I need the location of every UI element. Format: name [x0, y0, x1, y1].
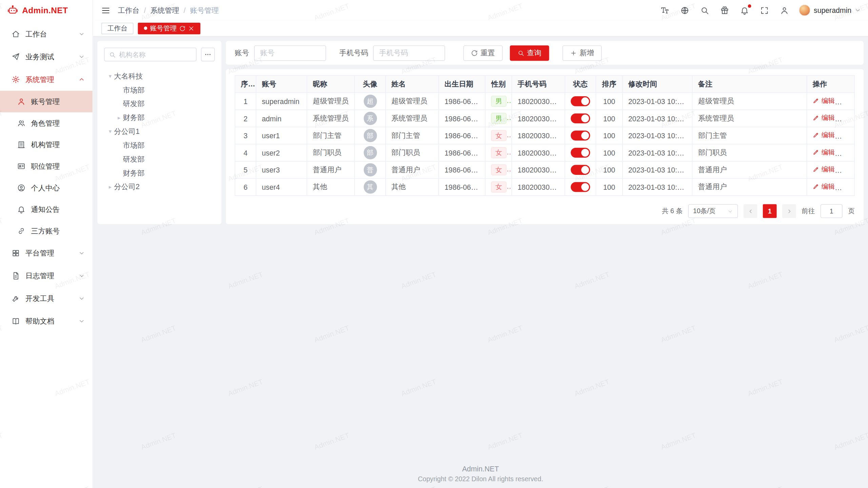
tree-node-label: 财务部: [123, 113, 144, 122]
tree-node[interactable]: ▾ 大名科技: [97, 69, 221, 83]
sidebar-item[interactable]: 工作台: [0, 23, 93, 45]
tree-node[interactable]: 研发部: [97, 152, 221, 166]
sidebar-subitem[interactable]: 角色管理: [0, 112, 93, 134]
tree-node[interactable]: ▾ 分公司1: [97, 124, 221, 138]
cell-gender: 男: [485, 93, 512, 110]
prev-page-button[interactable]: [744, 204, 757, 218]
fullscreen-icon[interactable]: [760, 6, 769, 15]
column-header: 备注: [692, 76, 807, 93]
sidebar-subitem[interactable]: 通知公告: [0, 199, 93, 220]
sidebar-subitem[interactable]: 个人中心: [0, 177, 93, 199]
tree-node[interactable]: 研发部: [97, 97, 221, 111]
tree-node[interactable]: ▸ 分公司2: [97, 180, 221, 194]
caret-down-icon[interactable]: ▾: [106, 128, 114, 135]
tree-more-button[interactable]: [201, 47, 215, 61]
notifications-icon[interactable]: [740, 6, 749, 15]
row-more-button[interactable]: [842, 167, 849, 175]
cell-avatar: 普: [355, 161, 386, 179]
tree-node-label: 财务部: [123, 168, 144, 178]
sidebar-subitem[interactable]: 职位管理: [0, 156, 93, 177]
breadcrumb-separator: /: [183, 6, 185, 14]
tree-node[interactable]: 财务部: [97, 166, 221, 180]
cell-birth: 1986-06-28: [439, 179, 485, 196]
status-toggle[interactable]: [571, 130, 590, 140]
add-button[interactable]: 新增: [563, 45, 602, 61]
cell-account: superadmin: [256, 93, 307, 110]
page-size-select[interactable]: 10条/页: [688, 204, 738, 218]
search-button[interactable]: 查询: [510, 45, 549, 61]
home-icon: [12, 30, 20, 38]
search-icon[interactable]: [700, 6, 709, 15]
next-page-button[interactable]: [782, 204, 796, 218]
row-more-button[interactable]: [842, 116, 849, 123]
phone-label: 手机号码: [339, 48, 368, 58]
font-size-icon[interactable]: [660, 6, 669, 15]
sidebar-item[interactable]: 业务测试: [0, 45, 93, 68]
theme-icon[interactable]: [720, 6, 729, 15]
sidebar-item[interactable]: 系统管理: [0, 68, 93, 91]
edit-button[interactable]: 编辑: [813, 130, 835, 140]
org-search-input[interactable]: [119, 50, 192, 58]
pencil-icon: [813, 132, 820, 139]
menu-collapse-icon[interactable]: [101, 6, 110, 15]
reset-button[interactable]: 重置: [463, 45, 503, 61]
account-input[interactable]: [254, 45, 326, 61]
user-icon: [17, 97, 25, 105]
sidebar-subitem-label: 通知公告: [31, 204, 60, 214]
edit-button[interactable]: 编辑: [813, 148, 835, 157]
profile-icon[interactable]: [780, 6, 789, 15]
edit-button[interactable]: 编辑: [813, 96, 835, 106]
chevron-down-icon: [79, 250, 85, 256]
tab[interactable]: 工作台: [101, 22, 134, 34]
status-toggle[interactable]: [571, 114, 590, 123]
language-icon[interactable]: [680, 6, 689, 15]
tab-close-icon[interactable]: [188, 25, 194, 31]
row-avatar: 其: [363, 180, 377, 194]
org-tree: ▾ 大名科技 市场部 研发部 ▸ 财务部 ▾ 分公司1 市场部 研发部 财务部 …: [97, 67, 221, 196]
tree-node[interactable]: 市场部: [97, 83, 221, 97]
tree-node[interactable]: ▸ 财务部: [97, 111, 221, 125]
main-right: 账号 手机号码 重置 查询: [226, 41, 864, 224]
row-more-button[interactable]: [842, 150, 849, 158]
breadcrumb-item[interactable]: 工作台: [118, 5, 140, 15]
cell-modified: 2023-01-03 10:59:44: [623, 179, 692, 196]
tree-node[interactable]: 市场部: [97, 138, 221, 152]
sidebar-subitem[interactable]: 机构管理: [0, 134, 93, 156]
tab-refresh-icon[interactable]: [179, 25, 185, 31]
cell-name: 部门主管: [386, 127, 439, 144]
caret-right-icon[interactable]: ▸: [106, 184, 114, 190]
sidebar-item[interactable]: 开发工具: [0, 287, 93, 310]
cell-name: 普通用户: [386, 161, 439, 179]
cell-nickname: 其他: [307, 179, 354, 196]
cell-status: [565, 179, 596, 196]
footer-copyright: Copyright © 2022 Dilon All rights reserv…: [93, 474, 868, 484]
edit-button[interactable]: 编辑: [813, 182, 835, 191]
gender-tag: 男: [491, 113, 507, 124]
sidebar-item[interactable]: 帮助文档: [0, 310, 93, 332]
row-more-button[interactable]: [842, 99, 849, 106]
current-page-button[interactable]: 1: [763, 204, 777, 218]
status-toggle[interactable]: [571, 148, 590, 158]
status-toggle[interactable]: [571, 165, 590, 175]
sidebar-item[interactable]: 日志管理: [0, 264, 93, 287]
caret-right-icon[interactable]: ▸: [115, 115, 123, 121]
user-menu[interactable]: superadmin: [799, 4, 861, 16]
breadcrumb-item[interactable]: 系统管理: [150, 5, 179, 15]
tab-active[interactable]: 账号管理: [138, 22, 200, 34]
row-more-button[interactable]: [842, 184, 849, 192]
status-toggle[interactable]: [571, 96, 590, 106]
status-toggle[interactable]: [571, 182, 590, 192]
row-more-button[interactable]: [842, 133, 849, 141]
phone-input[interactable]: [373, 45, 445, 61]
cell-actions: 编辑: [807, 161, 854, 179]
cell-gender: 女: [485, 144, 512, 161]
sidebar-item[interactable]: 平台管理: [0, 242, 93, 264]
footer-title: Admin.NET: [93, 464, 868, 474]
sidebar-subitem[interactable]: 账号管理: [0, 91, 93, 113]
caret-down-icon[interactable]: ▾: [106, 73, 114, 79]
edit-button[interactable]: 编辑: [813, 114, 835, 123]
sidebar-subitem[interactable]: 三方账号: [0, 220, 93, 242]
column-header: 昵称: [307, 76, 354, 93]
goto-page-input[interactable]: [821, 204, 843, 218]
edit-button[interactable]: 编辑: [813, 165, 835, 174]
